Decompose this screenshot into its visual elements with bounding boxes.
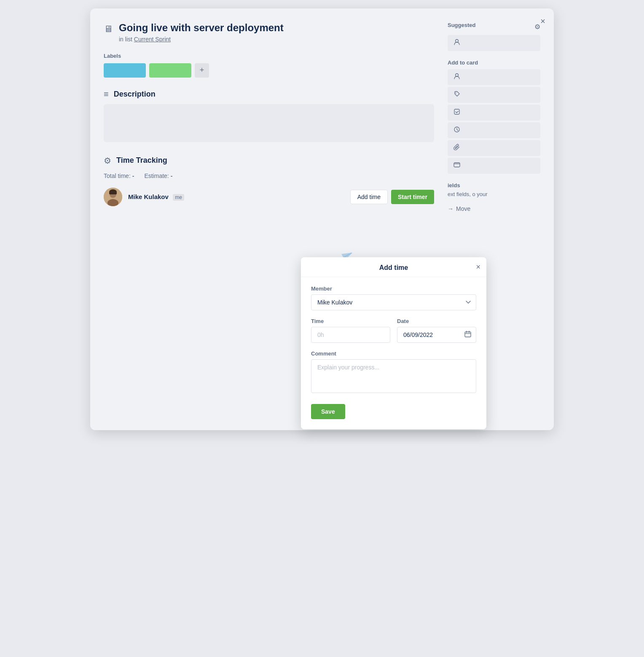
time-field-group: Time (311, 318, 390, 343)
arrow-right-icon: → (448, 205, 453, 212)
member-label: Member (311, 285, 476, 292)
attachment-button[interactable] (448, 140, 540, 156)
user-info: Mike Kulakov me (128, 193, 184, 201)
time-label: Time (311, 318, 390, 324)
close-button[interactable]: × (539, 15, 547, 27)
labels-section: Labels + (104, 53, 434, 78)
move-button[interactable]: → Move (448, 205, 470, 212)
time-tracking-user-row: Mike Kulakov me Add time Start timer (104, 188, 434, 206)
save-button[interactable]: Save (311, 404, 345, 419)
dialog-body: Member Mike Kulakov Time Date (301, 277, 486, 419)
comment-textarea[interactable] (311, 359, 476, 393)
card-list-info: in list Current Sprint (119, 36, 284, 43)
svg-rect-8 (454, 109, 459, 114)
date-input[interactable] (397, 327, 476, 343)
add-time-dialog: Add time × Member Mike Kulakov Time Date (301, 257, 486, 429)
time-tracking-stats: Total time: - Estimate: - (104, 172, 434, 179)
svg-point-7 (456, 93, 456, 94)
clock-icon (453, 126, 461, 135)
dialog-title: Add time (379, 264, 408, 272)
time-date-row: Time Date (311, 318, 476, 350)
checklist-icon (453, 108, 461, 117)
description-title: Description (114, 90, 156, 99)
time-tracking-icon: ⚙ (104, 156, 111, 166)
suggested-member-button[interactable] (448, 35, 540, 51)
suggested-section: Suggested ⚙ (448, 22, 540, 51)
member-icon (453, 73, 461, 81)
time-tracking-section: ⚙ Time Tracking Total time: - Estimate: … (104, 156, 434, 206)
avatar (104, 188, 122, 206)
label-chip-green[interactable] (149, 63, 191, 78)
person-icon (453, 39, 461, 47)
start-timer-button[interactable]: Start timer (391, 190, 434, 204)
comment-label: Comment (311, 350, 476, 357)
member-select[interactable]: Mike Kulakov (311, 294, 476, 310)
member-field-group: Member Mike Kulakov (311, 285, 476, 310)
card-modal: × 🖥 Going live with server deployment in… (90, 8, 554, 430)
description-icon: ≡ (104, 89, 109, 99)
description-section: ≡ Description (104, 89, 434, 142)
labels-section-title: Labels (104, 53, 434, 59)
time-tracking-buttons: Add time Start timer (350, 190, 434, 204)
add-to-card-title: Add to card (448, 59, 540, 66)
description-area[interactable] (104, 104, 434, 142)
card-type-icon: 🖥 (104, 24, 113, 35)
cover-icon (453, 162, 461, 170)
fields-section: ields ext fields, o your (448, 182, 540, 199)
attachment-icon (453, 144, 461, 152)
date-input-wrapper (397, 327, 476, 343)
date-label: Date (397, 318, 476, 324)
suggested-header: Suggested ⚙ (448, 22, 540, 32)
fields-section-title: ields (448, 182, 540, 188)
cover-button[interactable] (448, 158, 540, 174)
fields-text: ext fields, o your (448, 190, 540, 199)
estimate-stat: Estimate: - (144, 172, 172, 179)
total-time-stat: Total time: - (104, 172, 134, 179)
time-input[interactable] (311, 327, 390, 343)
labels-row: + (104, 63, 434, 78)
member-button[interactable] (448, 69, 540, 85)
card-title-block: Going live with server deployment in lis… (119, 22, 284, 43)
label-button[interactable] (448, 87, 540, 103)
card-header: 🖥 Going live with server deployment in l… (104, 22, 434, 43)
date-field-group: Date (397, 318, 476, 343)
add-time-button[interactable]: Add time (350, 190, 388, 204)
list-link[interactable]: Current Sprint (134, 36, 171, 43)
label-chip-blue[interactable] (104, 63, 146, 78)
svg-rect-11 (454, 163, 460, 164)
checklist-button[interactable] (448, 105, 540, 121)
me-badge: me (173, 194, 184, 201)
dates-button[interactable] (448, 122, 540, 138)
time-tracking-title: Time Tracking (116, 156, 167, 165)
desc-header: ≡ Description (104, 89, 434, 99)
svg-rect-4 (109, 192, 117, 194)
suggested-title: Suggested (448, 22, 475, 28)
add-label-button[interactable]: + (195, 63, 209, 78)
time-tracking-header: ⚙ Time Tracking (104, 156, 434, 166)
card-title: Going live with server deployment (119, 22, 284, 34)
user-name: Mike Kulakov (128, 193, 169, 200)
dialog-close-button[interactable]: × (476, 263, 480, 272)
dialog-header: Add time × (301, 257, 486, 277)
add-to-card-section: Add to card (448, 59, 540, 174)
comment-field-group: Comment (311, 350, 476, 395)
label-icon (453, 91, 461, 99)
